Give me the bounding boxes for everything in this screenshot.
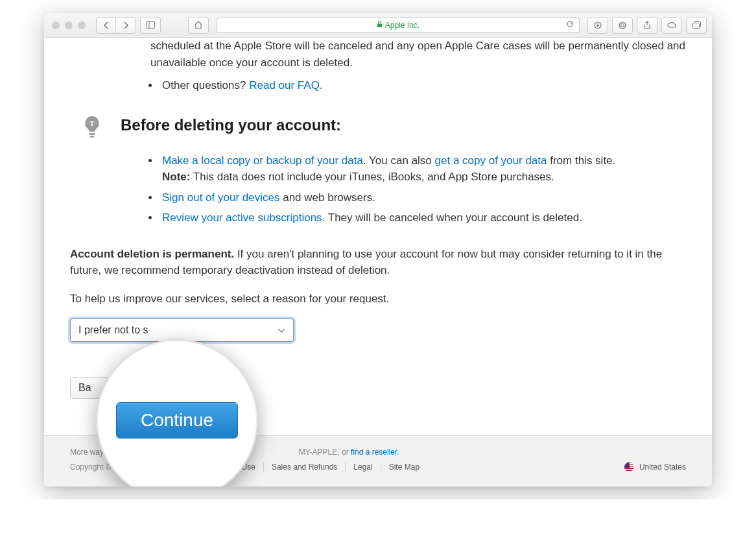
browser-toolbar: Apple Inc. (44, 13, 712, 38)
home-button[interactable] (189, 18, 208, 33)
forward-nav-button[interactable] (116, 18, 136, 33)
safari-window: Apple Inc. + (44, 13, 712, 487)
subscriptions-link[interactable]: Review your active subscriptions. (162, 211, 325, 224)
toolbar-right (587, 17, 707, 34)
dropdown-value: I prefer not to s (78, 322, 148, 338)
reload-icon[interactable] (566, 20, 574, 30)
legal-link[interactable]: Legal (353, 463, 372, 472)
before-delete-section: T Before deleting your account: (70, 114, 686, 142)
list-item: Other questions? Read our FAQ. (159, 77, 686, 94)
svg-rect-0 (147, 22, 155, 29)
backup-link[interactable]: Make a local copy or backup of your data (162, 154, 363, 167)
lock-icon (377, 21, 383, 30)
svg-rect-7 (692, 23, 699, 29)
list-item: Make a local copy or backup of your data… (159, 152, 686, 186)
nav-buttons (96, 17, 136, 34)
reason-dropdown[interactable]: I prefer not to s (70, 319, 294, 342)
tabs-overview-button[interactable] (687, 18, 706, 33)
lightbulb-icon: T (78, 114, 106, 142)
signout-link[interactable]: Sign out of your devices (162, 191, 279, 204)
find-reseller-link[interactable]: find a reseller (351, 448, 397, 457)
continue-button[interactable]: Continue (116, 402, 238, 439)
list-item: Review your active subscriptions. They w… (159, 210, 686, 226)
svg-text:T: T (89, 119, 95, 127)
home-button-group (188, 17, 209, 34)
svg-rect-9 (90, 136, 95, 138)
svg-rect-2 (377, 23, 382, 27)
info-button[interactable] (613, 18, 632, 33)
sitemap-link[interactable]: Site Map (389, 463, 419, 472)
svg-point-4 (619, 22, 626, 29)
close-window-button[interactable] (52, 21, 60, 29)
get-copy-link[interactable]: get a copy of your data (435, 154, 547, 167)
us-flag-icon (624, 462, 634, 472)
window-controls (52, 21, 86, 29)
downloads-button[interactable] (588, 18, 608, 33)
reason-prompt: To help us improve our services, select … (70, 291, 686, 307)
zoom-window-button[interactable] (78, 21, 86, 29)
chevron-down-icon (278, 322, 285, 338)
faq-link[interactable]: Read our FAQ. (249, 79, 322, 91)
sidebar-toggle-button[interactable] (141, 18, 160, 33)
list-item: scheduled at the Apple Store will be can… (148, 38, 686, 71)
minimize-window-button[interactable] (65, 21, 73, 29)
page-content: scheduled at the Apple Store will be can… (44, 38, 712, 487)
permanence-text: Account deletion is permanent. If you ar… (70, 246, 686, 279)
svg-rect-8 (89, 133, 95, 135)
list-item: Sign out of your devices and web browser… (159, 189, 686, 206)
cloud-tabs-button[interactable] (662, 18, 681, 33)
svg-point-5 (621, 23, 624, 27)
address-bar[interactable]: Apple Inc. (217, 18, 580, 33)
back-nav-button[interactable] (97, 18, 116, 33)
sales-link[interactable]: Sales and Refunds (272, 463, 337, 472)
share-button[interactable] (637, 18, 657, 33)
before-delete-heading: Before deleting your account: (121, 114, 341, 137)
sidebar-button-group (140, 17, 161, 34)
country-selector[interactable]: United States (624, 462, 686, 472)
address-title: Apple Inc. (385, 21, 419, 30)
